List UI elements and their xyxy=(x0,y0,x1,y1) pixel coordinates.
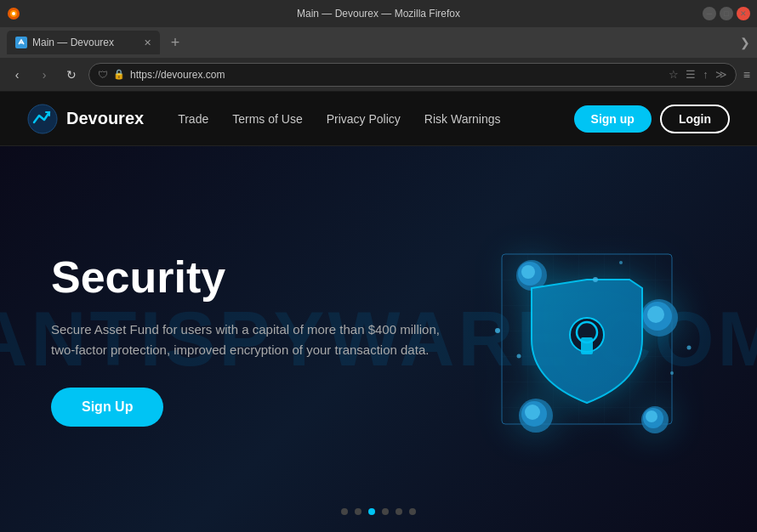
hero-section: ANTISPYWARE.COM Security Secure Asset Fu… xyxy=(0,146,757,532)
window-title: Main — Devourex — Mozilla Firefox xyxy=(297,8,460,20)
dot-6[interactable] xyxy=(409,508,416,515)
hero-graphic xyxy=(451,203,723,475)
firefox-icon xyxy=(7,7,20,20)
titlebar-left xyxy=(7,7,20,20)
maximize-button[interactable]: □ xyxy=(720,7,733,20)
slider-dots xyxy=(341,508,416,515)
svg-point-25 xyxy=(670,371,674,375)
signup-button[interactable]: Sign up xyxy=(574,105,652,133)
hero-description: Secure Asset Fund for users with a capit… xyxy=(51,320,459,360)
extensions-icon[interactable]: ≫ xyxy=(715,68,727,81)
website-content: Devourex Trade Terms of Use Privacy Poli… xyxy=(0,92,757,532)
url-text: https://devourex.com xyxy=(130,69,225,81)
nav-privacy[interactable]: Privacy Policy xyxy=(327,112,401,126)
nav-risk[interactable]: Risk Warnings xyxy=(424,112,501,126)
close-button[interactable]: ✕ xyxy=(737,7,750,20)
titlebar: Main — Devourex — Mozilla Firefox ─ □ ✕ xyxy=(0,0,757,27)
bookmark-icon[interactable]: ☆ xyxy=(669,68,679,81)
svg-point-24 xyxy=(517,354,521,359)
addressbar: ‹ › ↻ 🛡 🔒 https://devourex.com ☆ ☰ ↑ ≫ ≡ xyxy=(0,58,757,92)
forward-button[interactable]: › xyxy=(34,65,54,85)
svg-point-27 xyxy=(687,346,692,350)
tab-favicon xyxy=(15,37,27,48)
tabbar: Main — Devourex ✕ + ❯ xyxy=(0,27,757,58)
active-tab[interactable]: Main — Devourex ✕ xyxy=(7,31,160,54)
tabs-overflow-button[interactable]: ❯ xyxy=(740,36,750,49)
nav-trade[interactable]: Trade xyxy=(178,112,208,126)
svg-point-9 xyxy=(521,265,535,279)
svg-point-23 xyxy=(619,261,623,264)
security-shield-icon: 🛡 xyxy=(98,69,108,81)
login-button[interactable]: Login xyxy=(660,105,730,133)
svg-point-15 xyxy=(525,405,540,420)
svg-point-22 xyxy=(593,277,598,282)
tab-label: Main — Devourex xyxy=(32,37,114,48)
lock-icon: 🔒 xyxy=(113,69,125,80)
logo-text: Devourex xyxy=(66,109,144,128)
nav-terms[interactable]: Terms of Use xyxy=(232,112,302,126)
menu-button[interactable]: ≡ xyxy=(743,68,750,82)
logo-icon xyxy=(27,104,58,134)
dot-2[interactable] xyxy=(355,508,361,515)
tab-close-button[interactable]: ✕ xyxy=(144,37,151,48)
svg-point-12 xyxy=(647,306,664,323)
favicon-icon xyxy=(17,38,26,47)
hero-title: Security xyxy=(51,252,459,303)
minimize-button[interactable]: ─ xyxy=(703,7,716,20)
new-tab-button[interactable]: + xyxy=(163,31,187,54)
address-field[interactable]: 🛡 🔒 https://devourex.com ☆ ☰ ↑ ≫ xyxy=(88,63,737,87)
nav-links: Trade Terms of Use Privacy Policy Risk W… xyxy=(178,112,573,126)
window-controls: ─ □ ✕ xyxy=(703,7,750,20)
svg-point-26 xyxy=(495,328,500,333)
hero-signup-button[interactable]: Sign Up xyxy=(51,388,163,427)
svg-point-2 xyxy=(12,12,15,15)
dot-3[interactable] xyxy=(368,508,375,515)
reload-button[interactable]: ↻ xyxy=(61,65,82,85)
svg-point-18 xyxy=(646,410,657,422)
share-icon[interactable]: ↑ xyxy=(703,68,709,81)
back-button[interactable]: ‹ xyxy=(7,65,27,85)
pocket-icon[interactable]: ☰ xyxy=(686,68,696,81)
hero-text: Security Secure Asset Fund for users wit… xyxy=(51,252,459,427)
shield-svg xyxy=(451,203,723,475)
svg-rect-21 xyxy=(581,337,593,354)
address-icons: ☆ ☰ ↑ ≫ xyxy=(669,68,727,81)
dot-5[interactable] xyxy=(396,508,402,515)
dot-1[interactable] xyxy=(341,508,348,515)
site-nav: Devourex Trade Terms of Use Privacy Poli… xyxy=(0,92,757,146)
dot-4[interactable] xyxy=(382,508,389,515)
site-logo[interactable]: Devourex xyxy=(27,104,144,134)
nav-actions: Sign up Login xyxy=(574,105,730,133)
